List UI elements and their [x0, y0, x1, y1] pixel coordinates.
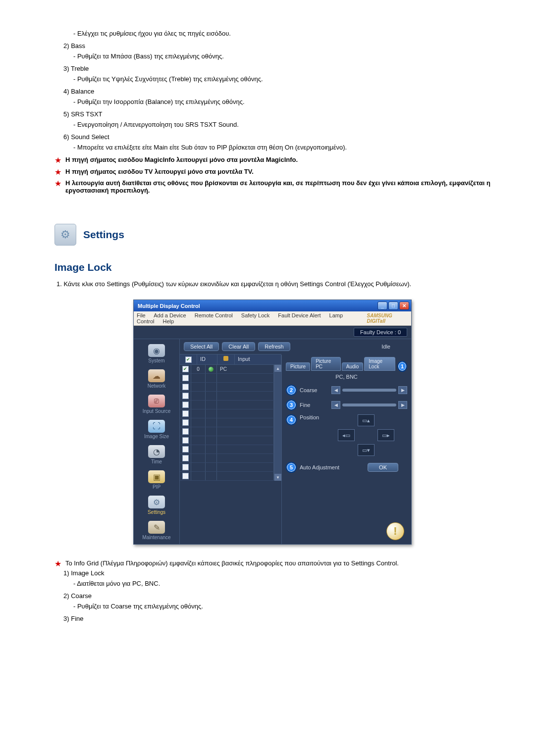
menu-bar: File Add a Device Remote Control Safety …: [134, 311, 411, 326]
note-text: Η πηγή σήματος εισόδου MagicInfo λειτουρ…: [65, 156, 298, 163]
scrollbar[interactable]: ▲ ▼: [274, 365, 281, 481]
item-number: 1): [63, 569, 69, 577]
fine-slider[interactable]: [342, 403, 396, 406]
menu-fault-device-alert[interactable]: Fault Device Alert: [278, 312, 321, 318]
sound-item-6: 6) Sound Select: [63, 133, 490, 141]
menu-items: File Add a Device Remote Control Safety …: [137, 312, 367, 324]
grid-header: ID Input: [180, 354, 281, 365]
tab-audio[interactable]: Audio: [342, 362, 364, 371]
note-line: ★ Η πηγή σήματος εισόδου MagicInfo λειτο…: [54, 156, 490, 165]
tab-picture-pc[interactable]: Picture PC: [311, 357, 341, 371]
grid-header-check[interactable]: [180, 354, 197, 364]
row-status: [206, 365, 217, 373]
coarse-label: Coarse: [300, 387, 331, 393]
clear-all-button[interactable]: Clear All: [222, 342, 255, 351]
position-right-button[interactable]: ▭▸: [377, 429, 394, 441]
sidebar-item-maintenance[interactable]: ✎Maintenance: [134, 519, 179, 544]
coarse-slider[interactable]: [342, 389, 396, 392]
coarse-decrease[interactable]: ◀: [331, 386, 340, 394]
sidebar-item-label: PIP: [153, 484, 160, 490]
scroll-down-icon[interactable]: ▼: [274, 474, 281, 481]
menu-safety-lock[interactable]: Safety Lock: [241, 312, 269, 318]
sidebar-item-image-size[interactable]: ⛶Image Size: [134, 418, 179, 443]
callout-5: 5: [286, 462, 297, 473]
sidebar-item-pip[interactable]: ▣PIP: [134, 468, 179, 494]
sound-item-4: 4) Balance: [63, 88, 490, 95]
star-icon: ★: [54, 168, 61, 177]
table-row: [180, 436, 274, 445]
coarse-increase[interactable]: ▶: [398, 386, 407, 394]
action-row: Select All Clear All Refresh Idle: [180, 339, 411, 354]
table-row: [180, 374, 274, 383]
menu-add-device[interactable]: Add a Device: [154, 312, 186, 318]
auto-adjustment-label: Auto Adjustment: [300, 464, 339, 470]
after-item-1: 1) Image Lock: [63, 569, 490, 577]
sound-item-desc: - Ελέγχει τις ρυθμίσεις ήχου για όλες τι…: [73, 30, 490, 37]
table-row: [180, 383, 274, 392]
sidebar-item-settings[interactable]: ⚙Settings: [134, 494, 179, 519]
note-line: ★ Η λειτουργία αυτή διατίθεται στις οθόν…: [54, 179, 490, 194]
ok-button[interactable]: OK: [368, 463, 398, 472]
table-row: [180, 463, 274, 472]
position-left-button[interactable]: ◂▭: [338, 429, 355, 441]
main-area: ◉System ☁Network ⎚Input Source ⛶Image Si…: [134, 339, 411, 544]
menu-remote-control[interactable]: Remote Control: [195, 312, 233, 318]
row-checkbox[interactable]: [180, 365, 191, 373]
title-bar: Multiple Display Control _ □ ✕: [134, 300, 411, 311]
callout-1: 1: [397, 361, 407, 372]
position-down-button[interactable]: ▭▾: [358, 444, 374, 456]
fine-decrease[interactable]: ◀: [331, 401, 340, 409]
image-lock-title: Image Lock: [54, 261, 490, 273]
idle-label: Idle: [381, 344, 390, 350]
auto-adjust-row: 5 Auto Adjustment OK: [286, 462, 407, 473]
position-up-button[interactable]: ▭▴: [358, 414, 374, 426]
item-title: Coarse: [71, 592, 92, 600]
tab-row: Picture Picture PC Audio Image Lock 1: [286, 357, 407, 371]
note-text: Το Info Grid (Πλέγμα Πληροφοριών) εμφανί…: [65, 559, 399, 567]
sidebar-item-label: Image Size: [144, 434, 169, 439]
close-button[interactable]: ✕: [399, 302, 409, 310]
scroll-up-icon[interactable]: ▲: [274, 365, 281, 372]
refresh-button[interactable]: Refresh: [258, 342, 290, 351]
item-title: Balance: [71, 88, 94, 95]
coarse-row: 2 Coarse ◀ ▶: [286, 385, 407, 396]
item-number: 5): [63, 110, 69, 118]
brand-label: SAMSUNG DIGITall: [367, 313, 408, 324]
sidebar-item-time[interactable]: ◔Time: [134, 443, 179, 468]
sidebar: ◉System ☁Network ⎚Input Source ⛶Image Si…: [134, 339, 180, 544]
item-number: 3): [63, 615, 69, 622]
star-icon: ★: [54, 559, 61, 568]
item-number: 2): [63, 592, 69, 600]
sound-item-desc: - Ρυθμίζει την Ισορροπία (Balance) της ε…: [73, 98, 490, 105]
after-item-desc: - Ρυθμίζει τα Coarse της επιλεγμένης οθό…: [73, 603, 490, 610]
fine-label: Fine: [300, 402, 331, 408]
select-all-button[interactable]: Select All: [184, 342, 219, 351]
item-title: Image Lock: [71, 569, 104, 577]
sidebar-item-input-source[interactable]: ⎚Input Source: [134, 393, 179, 418]
right-panel: Picture Picture PC Audio Image Lock 1 PC…: [281, 355, 411, 544]
settings-title: Settings: [83, 229, 124, 241]
tab-image-lock[interactable]: Image Lock: [364, 357, 395, 371]
item-title: Sound Select: [71, 133, 109, 141]
sound-item-desc: - Ρυθμίζει τα Μπάσα (Bass) της επιλεγμέν…: [73, 52, 490, 60]
after-items-list: 1) Image Lock - Διατίθεται μόνο για PC, …: [54, 569, 490, 622]
tab-picture[interactable]: Picture: [286, 362, 310, 371]
note-line: ★ Το Info Grid (Πλέγμα Πληροφοριών) εμφα…: [54, 559, 490, 568]
table-row[interactable]: 0 PC: [180, 365, 274, 374]
table-row: [180, 445, 274, 454]
sidebar-item-system[interactable]: ◉System: [134, 342, 179, 367]
menu-help[interactable]: Help: [163, 318, 174, 324]
sidebar-item-label: Maintenance: [142, 535, 170, 540]
item-number: 2): [63, 42, 69, 50]
sidebar-item-label: Input Source: [143, 408, 171, 414]
settings-icon: [54, 224, 76, 246]
fine-increase[interactable]: ▶: [398, 401, 407, 409]
minimize-button[interactable]: _: [377, 302, 387, 310]
sound-item-3: 3) Treble: [63, 65, 490, 72]
window-title: Multiple Display Control: [138, 303, 200, 309]
item-number: 6): [63, 133, 69, 141]
menu-file[interactable]: File: [137, 312, 146, 318]
sidebar-item-network[interactable]: ☁Network: [134, 367, 179, 393]
sound-item-desc: - Ρυθμίζει τις Υψηλές Συχνότητες (Treble…: [73, 75, 490, 83]
maximize-button[interactable]: □: [388, 302, 398, 310]
